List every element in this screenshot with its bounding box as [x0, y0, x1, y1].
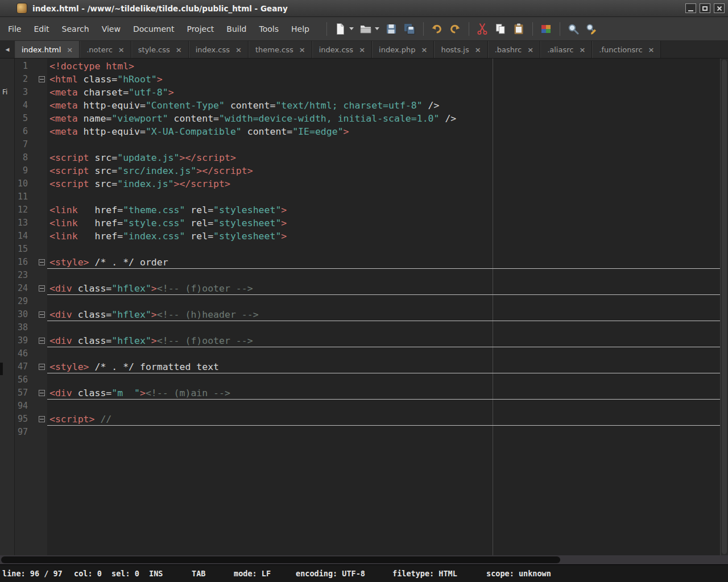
tab-close-icon[interactable]: ×: [421, 45, 427, 54]
code-line-15[interactable]: 15: [15, 243, 720, 256]
save-button[interactable]: [384, 21, 399, 36]
tab-style.css[interactable]: style.css×: [131, 41, 189, 58]
code-line-94[interactable]: 94: [15, 400, 720, 413]
menu-tools[interactable]: Tools: [253, 17, 286, 40]
tab-index.html[interactable]: index.html×: [15, 41, 80, 58]
sidebar-handle[interactable]: [0, 363, 3, 375]
code-line-30[interactable]: 30<div class="hflex"><!-- (h)header -->: [15, 308, 720, 321]
new-file-dropdown-icon[interactable]: [349, 27, 354, 30]
fold-box-icon[interactable]: [39, 259, 45, 265]
code-line-39[interactable]: 39<div class="hflex"><!-- (f)ooter -->: [15, 334, 720, 347]
new-file-button[interactable]: [333, 21, 348, 36]
menu-edit[interactable]: Edit: [27, 17, 55, 40]
vertical-scrollbar-thumb[interactable]: [722, 60, 727, 554]
tab-index.php[interactable]: index.php×: [372, 41, 434, 58]
tab-index.css[interactable]: index.css×: [189, 41, 249, 58]
fold-marker[interactable]: [30, 360, 47, 373]
open-file-dropdown-icon[interactable]: [375, 27, 379, 30]
tab-hosts.js[interactable]: hosts.js×: [434, 41, 487, 58]
fold-box-icon[interactable]: [39, 285, 45, 292]
code-line-46[interactable]: 46: [15, 347, 720, 360]
code-line-5[interactable]: 5<meta name="viewport" content="width=de…: [15, 112, 720, 125]
tab-close-icon[interactable]: ×: [475, 45, 481, 54]
tab-close-icon[interactable]: ×: [359, 45, 365, 54]
minimize-button[interactable]: [685, 3, 696, 13]
code-line-10[interactable]: 10<script src="index.js"></script>: [15, 177, 720, 190]
code-line-23[interactable]: 23: [15, 269, 720, 282]
tab-close-icon[interactable]: ×: [67, 45, 73, 54]
code-line-24[interactable]: 24<div class="hflex"><!-- (f)ooter -->: [15, 282, 720, 295]
code-line-29[interactable]: 29: [15, 295, 720, 308]
menu-file[interactable]: File: [2, 17, 27, 40]
fold-marker[interactable]: [30, 386, 47, 400]
fold-box-icon[interactable]: [39, 416, 45, 422]
fold-marker[interactable]: [30, 73, 47, 86]
copy-button[interactable]: [493, 21, 508, 36]
code-line-6[interactable]: 6<meta http-equiv="X-UA-Compatible" cont…: [15, 125, 720, 138]
tab-index.css[interactable]: index.css×: [312, 41, 372, 58]
color-chooser-button[interactable]: [539, 21, 554, 36]
tab-close-icon[interactable]: ×: [527, 45, 533, 54]
fold-marker[interactable]: [30, 282, 47, 295]
code-line-4[interactable]: 4<meta http-equiv="Content-Type" content…: [15, 99, 720, 112]
tab-.aliasrc[interactable]: .aliasrc×: [540, 41, 592, 58]
fold-marker[interactable]: [30, 334, 47, 347]
paste-button[interactable]: [511, 21, 527, 36]
tab-close-icon[interactable]: ×: [579, 45, 585, 54]
close-button[interactable]: [714, 3, 725, 13]
code-line-38[interactable]: 38: [15, 321, 720, 334]
tab-close-icon[interactable]: ×: [176, 45, 182, 54]
code-line-13[interactable]: 13<link href="style.css" rel="stylesheet…: [15, 217, 720, 230]
horizontal-scrollbar[interactable]: [0, 555, 728, 564]
maximize-button[interactable]: [700, 3, 710, 13]
menu-project[interactable]: Project: [180, 17, 220, 40]
redo-button[interactable]: [448, 21, 463, 36]
code-line-47[interactable]: 47<style> /* . */ formatted text: [15, 360, 720, 373]
tab-.functionsrc[interactable]: .functionsrc×: [592, 41, 661, 58]
tab-close-icon[interactable]: ×: [118, 45, 125, 54]
code-line-8[interactable]: 8<script src="update.js"></script>: [15, 151, 720, 164]
fold-box-icon[interactable]: [39, 76, 45, 82]
code-line-57[interactable]: 57<div class="m "><!-- (m)ain -->: [15, 386, 720, 400]
fold-marker[interactable]: [30, 413, 47, 426]
horizontal-scrollbar-thumb[interactable]: [1, 556, 560, 563]
code-line-97[interactable]: 97: [15, 426, 720, 439]
save-all-button[interactable]: [402, 21, 417, 36]
code-line-14[interactable]: 14<link href="index.css" rel="stylesheet…: [15, 230, 720, 243]
fold-box-icon[interactable]: [39, 311, 45, 318]
menu-document[interactable]: Document: [127, 17, 181, 40]
vertical-scrollbar[interactable]: [720, 59, 728, 555]
fold-box-icon[interactable]: [39, 338, 45, 344]
code-line-2[interactable]: 2<html class="hRoot">: [15, 73, 720, 86]
fold-box-icon[interactable]: [39, 390, 45, 396]
editor[interactable]: 1<!doctype html>2<html class="hRoot">3<m…: [15, 59, 720, 555]
tab-.noterc[interactable]: .noterc×: [80, 41, 131, 58]
cut-button[interactable]: [475, 21, 490, 36]
code-line-56[interactable]: 56: [15, 373, 720, 386]
tab-scroll-left-icon[interactable]: ◀: [0, 41, 15, 58]
undo-button[interactable]: [429, 21, 445, 36]
tab-close-icon[interactable]: ×: [235, 45, 242, 54]
code-line-95[interactable]: 95<script> //: [15, 413, 720, 426]
code-line-12[interactable]: 12<link href="theme.css" rel="stylesheet…: [15, 203, 720, 217]
menu-search[interactable]: Search: [56, 17, 96, 40]
fold-marker[interactable]: [30, 308, 47, 321]
menu-help[interactable]: Help: [285, 17, 316, 40]
code-line-9[interactable]: 9<script src="src/index.js"></script>: [15, 164, 720, 177]
find-button[interactable]: [566, 21, 581, 36]
code-line-16[interactable]: 16<style> /* . */ order: [15, 256, 720, 269]
code-line-1[interactable]: 1<!doctype html>: [15, 60, 720, 73]
tab-.bashrc[interactable]: .bashrc×: [488, 41, 540, 58]
replace-button[interactable]: [584, 21, 599, 36]
code-line-7[interactable]: 7: [15, 138, 720, 151]
fold-box-icon[interactable]: [39, 364, 45, 370]
tab-close-icon[interactable]: ×: [648, 45, 655, 54]
menu-build[interactable]: Build: [220, 17, 253, 40]
fold-marker[interactable]: [30, 256, 47, 269]
code-line-11[interactable]: 11: [15, 190, 720, 203]
code-line-3[interactable]: 3<meta charset="utf-8">: [15, 86, 720, 99]
tab-theme.css[interactable]: theme.css×: [249, 41, 312, 58]
menu-view[interactable]: View: [96, 17, 127, 40]
open-file-button[interactable]: [358, 21, 374, 36]
tab-close-icon[interactable]: ×: [299, 45, 305, 54]
